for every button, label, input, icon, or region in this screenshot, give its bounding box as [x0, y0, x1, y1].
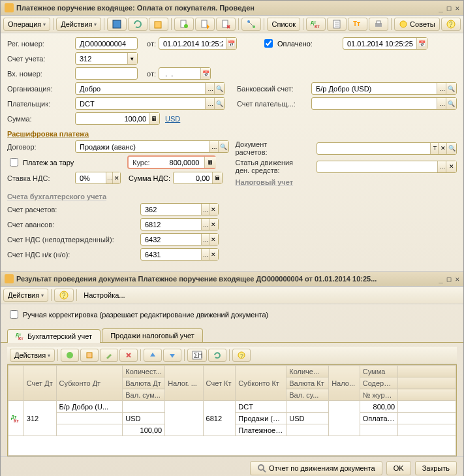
input-regno[interactable]	[75, 37, 138, 50]
input-payeracc[interactable]: …🔍	[311, 97, 457, 110]
clear-icon[interactable]: ✕	[209, 234, 218, 245]
search-icon[interactable]: 🔍	[218, 141, 228, 152]
search-icon[interactable]: 🔍	[446, 83, 456, 94]
input-accvatnn[interactable]: …✕	[140, 248, 219, 261]
actions-dropdown-2[interactable]: Действия▾	[3, 289, 48, 302]
maximize-btn[interactable]: □	[447, 275, 452, 283]
grid-actions-dropdown[interactable]: Действия▾	[10, 349, 55, 362]
minimize-btn[interactable]: _	[439, 4, 443, 12]
refresh-icon[interactable]	[128, 18, 147, 31]
calendar-icon[interactable]: 📅	[200, 68, 210, 79]
col-taxk[interactable]: Нало...	[329, 366, 360, 401]
structure-icon[interactable]	[241, 18, 261, 31]
input-from[interactable]: 📅	[159, 37, 237, 50]
copy-icon[interactable]	[80, 349, 99, 362]
input-payer[interactable]: …🔍	[75, 97, 225, 110]
movements-icon[interactable]	[149, 18, 168, 31]
clear-icon[interactable]: ✕	[209, 204, 218, 215]
clear-icon[interactable]: ✕	[112, 172, 120, 183]
tips-button[interactable]: Советы	[394, 18, 439, 31]
col-subdt[interactable]: Субконто Дт	[56, 366, 123, 401]
input-paid-date[interactable]: 📅	[343, 37, 427, 50]
input-from2[interactable]: 📅	[159, 67, 211, 80]
tab-accounting[interactable]: ДтКтБухгалтерский учет	[7, 329, 101, 343]
input-account[interactable]: ▾	[75, 52, 138, 65]
input-accvatunc[interactable]: …✕	[140, 233, 219, 246]
minimize-btn[interactable]: _	[439, 275, 443, 283]
down-icon[interactable]	[163, 349, 181, 362]
dtkt-icon[interactable]: ДтКт	[306, 18, 326, 31]
up-icon[interactable]	[144, 349, 162, 362]
list-button[interactable]: Список	[267, 18, 300, 31]
actions-dropdown[interactable]: Действия▾	[56, 18, 101, 31]
input-accadv[interactable]: …✕	[140, 218, 219, 230]
tare-checkbox[interactable]: Платеж за тару	[7, 156, 125, 168]
post-icon[interactable]	[107, 18, 127, 31]
table-row[interactable]: ДтКт 312 Б/р Добро (U... 6812 DCT 800,00	[8, 401, 456, 413]
refresh-grid-icon[interactable]	[208, 349, 226, 362]
help-grid-icon[interactable]: ?	[232, 349, 251, 362]
input-cashflow[interactable]: …✕	[317, 161, 457, 173]
calc-icon[interactable]: 🖩	[212, 172, 222, 183]
settings-link[interactable]: Настройка...	[80, 289, 129, 302]
calendar-icon[interactable]: 📅	[226, 38, 236, 49]
input-vatrate[interactable]: …✕	[75, 172, 121, 184]
sigma-icon[interactable]: ΣH	[187, 349, 207, 362]
maximize-btn[interactable]: □	[447, 4, 452, 12]
calc-icon[interactable]: 🖩	[149, 113, 159, 124]
operation-dropdown[interactable]: Операция▾	[3, 18, 50, 31]
col-curkt[interactable]: Валюта Кт	[286, 377, 329, 389]
col-subkt[interactable]: Субконто Кт	[236, 366, 286, 401]
col-qtyk[interactable]: Количе...	[286, 366, 329, 377]
col-dtacc[interactable]: Счет Дт	[23, 366, 56, 401]
col-icon[interactable]	[8, 366, 24, 401]
input-inno[interactable]	[75, 67, 138, 80]
tab-tax[interactable]: Продажи налоговый учет	[102, 328, 203, 342]
input-bankacc[interactable]: …🔍	[311, 82, 457, 95]
report-icon[interactable]	[327, 18, 347, 31]
search-icon[interactable]: 🔍	[214, 83, 224, 94]
input-org[interactable]: …🔍	[75, 82, 225, 95]
input-accsettle[interactable]: …✕	[140, 203, 219, 215]
rate-field[interactable]: Курс: 800,0000 🖩	[127, 155, 216, 169]
doc-action3-icon[interactable]	[216, 18, 236, 31]
clear-icon[interactable]: ✕	[209, 219, 218, 230]
tt-icon[interactable]: Tт	[348, 18, 367, 31]
clear-icon[interactable]: ✕	[446, 161, 456, 172]
input-sum[interactable]: 🖩	[75, 112, 160, 125]
close-btn[interactable]: ✕	[455, 275, 459, 283]
print-icon[interactable]	[369, 18, 388, 31]
input-docsettle[interactable]: T✕🔍	[317, 142, 457, 155]
delete-icon[interactable]	[119, 349, 138, 362]
search-icon[interactable]: 🔍	[214, 98, 224, 109]
input-vatsum[interactable]: 🖩	[173, 172, 223, 184]
search-icon[interactable]: 🔍	[446, 143, 456, 154]
input-contract[interactable]: …🔍	[75, 140, 229, 153]
close-btn[interactable]: ✕	[455, 4, 459, 12]
col-journal[interactable]: № журнала	[360, 389, 397, 401]
calc-icon[interactable]: 🖩	[204, 157, 216, 168]
doc-action1-icon[interactable]	[174, 18, 194, 31]
report-button[interactable]: Отчет по движениям документа	[250, 461, 382, 475]
help-icon[interactable]: ?	[441, 18, 461, 31]
col-ktacc[interactable]: Счет Кт	[203, 366, 236, 401]
currency-link[interactable]: USD	[165, 115, 180, 123]
ok-button[interactable]: OK	[386, 461, 411, 475]
manual-checkbox[interactable]: Ручная корректировка (разрешает редактир…	[7, 308, 268, 321]
col-curdt[interactable]: Валюта Дт	[123, 377, 165, 389]
col-qty[interactable]: Количест...	[123, 366, 165, 377]
col-valsum[interactable]: Вал. сум...	[123, 389, 165, 401]
close-button[interactable]: Закрыть	[415, 461, 457, 475]
paid-checkbox[interactable]: Оплачено:	[262, 37, 313, 50]
dropdown-icon[interactable]: ▾	[127, 53, 137, 64]
col-tax[interactable]: Налог. ...	[165, 366, 203, 401]
edit-icon[interactable]	[100, 349, 118, 362]
search-icon[interactable]: 🔍	[446, 98, 456, 109]
col-valsumk[interactable]: Вал. су...	[286, 389, 329, 401]
col-content[interactable]: Содержание	[360, 377, 397, 389]
clear-icon[interactable]: ✕	[209, 249, 218, 260]
add-icon[interactable]	[61, 349, 79, 362]
calendar-icon[interactable]: 📅	[416, 38, 427, 49]
col-sum[interactable]: Сумма	[360, 366, 397, 377]
doc-action2-icon[interactable]	[195, 18, 215, 31]
